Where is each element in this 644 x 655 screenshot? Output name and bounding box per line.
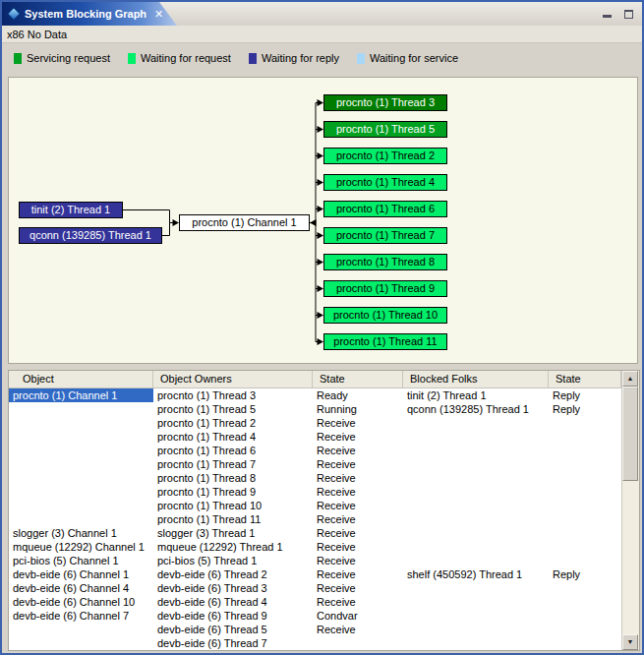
table-cell[interactable]: Receive [313, 430, 403, 444]
table-cell[interactable] [403, 485, 549, 499]
column-header-blocked-folks[interactable]: Blocked Folks [403, 371, 549, 387]
table-cell[interactable] [9, 636, 153, 650]
column-header-object[interactable]: Object [9, 371, 153, 387]
table-row[interactable]: procnto (1) Thread 10Receive [9, 499, 621, 512]
table-row[interactable]: devb-eide (6) Channel 10devb-eide (6) Th… [9, 595, 621, 609]
table-row[interactable]: procnto (1) Thread 4Receive [9, 430, 621, 444]
table-cell[interactable]: Receive [313, 499, 403, 512]
table-cell[interactable] [549, 471, 621, 485]
table-row[interactable]: devb-eide (6) Channel 1devb-eide (6) Thr… [9, 567, 621, 581]
table-cell[interactable]: devb-eide (6) Channel 7 [9, 609, 153, 623]
table-cell[interactable] [9, 416, 153, 430]
table-cell[interactable]: procnto (1) Thread 6 [153, 444, 313, 457]
table-row[interactable]: slogger (3) Channel 1slogger (3) Thread … [9, 526, 621, 540]
table-cell[interactable]: devb-eide (6) Thread 9 [153, 609, 313, 623]
table-cell[interactable]: devb-eide (6) Thread 7 [153, 636, 313, 650]
table-cell[interactable]: devb-eide (6) Thread 3 [153, 581, 313, 595]
table-cell[interactable]: Receive [313, 444, 403, 457]
graph-node-procnto-thread-4[interactable]: procnto (1) Thread 4 [323, 174, 447, 191]
table-cell[interactable]: devb-eide (6) Channel 1 [9, 567, 153, 581]
table-row[interactable]: procnto (1) Thread 7Receive [9, 457, 621, 471]
table-row[interactable]: devb-eide (6) Thread 7 [9, 636, 621, 650]
table-row[interactable]: procnto (1) Channel 1procnto (1) Thread … [9, 388, 621, 402]
table-cell[interactable]: mqueue (12292) Thread 1 [153, 540, 313, 554]
table-cell[interactable] [403, 512, 549, 526]
table-cell[interactable]: pci-bios (5) Channel 1 [9, 554, 153, 567]
column-header-state[interactable]: State [313, 371, 403, 387]
table-cell[interactable]: procnto (1) Thread 7 [153, 457, 313, 471]
table-cell[interactable] [9, 471, 153, 485]
table-cell[interactable]: procnto (1) Thread 3 [153, 388, 313, 402]
table-cell[interactable]: tinit (2) Thread 1 [403, 388, 549, 402]
table-row[interactable]: procnto (1) Thread 8Receive [9, 471, 621, 485]
table-cell[interactable]: devb-eide (6) Channel 10 [9, 595, 153, 609]
graph-node-procnto-thread-3[interactable]: procnto (1) Thread 3 [323, 94, 447, 111]
graph-node-qconn-thread-1[interactable]: qconn (139285) Thread 1 [19, 227, 162, 244]
table-cell[interactable]: procnto (1) Thread 11 [153, 512, 313, 526]
table-cell[interactable] [9, 485, 153, 499]
table-cell[interactable] [9, 623, 153, 636]
graph-node-procnto-thread-2[interactable]: procnto (1) Thread 2 [323, 148, 447, 164]
table-row[interactable]: devb-eide (6) Channel 4devb-eide (6) Thr… [9, 581, 621, 595]
table-row[interactable]: procnto (1) Thread 5Runningqconn (139285… [9, 402, 621, 416]
table-cell[interactable]: Receive [313, 471, 403, 485]
table-cell[interactable]: Receive [313, 554, 403, 567]
scroll-up-button[interactable]: ▲ [622, 371, 638, 387]
table-cell[interactable] [313, 636, 403, 650]
table-cell[interactable] [403, 554, 549, 567]
table-cell[interactable]: Running [313, 402, 403, 416]
graph-node-procnto-thread-6[interactable]: procnto (1) Thread 6 [323, 201, 447, 217]
table-cell[interactable] [9, 499, 153, 512]
table-cell[interactable] [549, 581, 621, 595]
table-cell[interactable]: devb-eide (6) Thread 4 [153, 595, 313, 609]
table-cell[interactable]: procnto (1) Thread 5 [153, 402, 313, 416]
table-cell[interactable] [549, 499, 621, 512]
table-cell[interactable] [549, 485, 621, 499]
graph-node-procnto-thread-5[interactable]: procnto (1) Thread 5 [323, 121, 447, 138]
table-cell[interactable]: Receive [313, 595, 403, 609]
table-cell[interactable] [549, 623, 621, 636]
graph-node-procnto-thread-8[interactable]: procnto (1) Thread 8 [323, 254, 447, 270]
table-row[interactable]: procnto (1) Thread 6Receive [9, 444, 621, 457]
table-cell[interactable] [549, 512, 621, 526]
table-cell[interactable] [403, 526, 549, 540]
table-cell[interactable] [549, 636, 621, 650]
minimize-button[interactable] [600, 7, 615, 20]
table-cell[interactable] [9, 457, 153, 471]
table-row[interactable]: pci-bios (5) Channel 1pci-bios (5) Threa… [9, 554, 621, 567]
table-cell[interactable] [403, 416, 549, 430]
table-cell[interactable]: Receive [313, 526, 403, 540]
table-cell[interactable] [549, 430, 621, 444]
table-cell[interactable] [9, 430, 153, 444]
table-cell[interactable]: procnto (1) Thread 10 [153, 499, 313, 512]
table-cell[interactable] [9, 512, 153, 526]
scroll-down-button[interactable]: ▼ [622, 634, 638, 650]
table-cell[interactable] [403, 457, 549, 471]
table-cell[interactable]: qconn (139285) Thread 1 [403, 402, 549, 416]
table-cell[interactable]: Ready [313, 388, 403, 402]
table-cell[interactable] [403, 471, 549, 485]
table-cell[interactable] [9, 444, 153, 457]
tab-system-blocking-graph[interactable]: System Blocking Graph ✕ [2, 2, 177, 26]
table-cell[interactable]: Receive [313, 457, 403, 471]
table-cell[interactable]: Reply [549, 402, 621, 416]
table-cell[interactable] [403, 636, 549, 650]
table-cell[interactable] [403, 430, 549, 444]
table-cell[interactable]: procnto (1) Channel 1 [9, 388, 153, 402]
table-row[interactable]: procnto (1) Thread 11Receive [9, 512, 621, 526]
table-cell[interactable] [403, 609, 549, 623]
table-cell[interactable] [9, 402, 153, 416]
table-cell[interactable] [549, 609, 621, 623]
table-cell[interactable] [549, 416, 621, 430]
table-row[interactable]: mqueue (12292) Channel 1mqueue (12292) T… [9, 540, 621, 554]
table-cell[interactable]: Receive [313, 485, 403, 499]
table-row[interactable]: devb-eide (6) Thread 5Receive [9, 623, 621, 636]
table-cell[interactable] [549, 540, 621, 554]
scrollbar-track[interactable] [622, 387, 639, 634]
graph-node-tinit-thread-1[interactable]: tinit (2) Thread 1 [19, 202, 123, 218]
table-cell[interactable]: Receive [313, 540, 403, 554]
table-cell[interactable] [549, 526, 621, 540]
table-cell[interactable]: Receive [313, 567, 403, 581]
table-cell[interactable]: devb-eide (6) Thread 5 [153, 623, 313, 636]
scrollbar-thumb[interactable] [622, 387, 638, 481]
